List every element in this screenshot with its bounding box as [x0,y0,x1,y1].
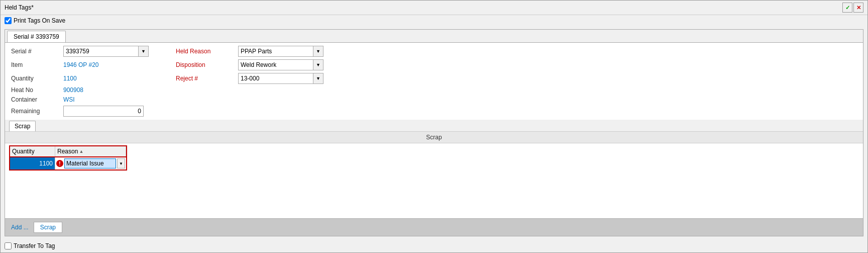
held-reason-dropdown-btn[interactable]: ▼ [313,46,323,57]
tab-header: Serial # 3393759 [5,30,863,43]
window-controls: ✓ ✕ [842,3,863,13]
toolbar-row: Print Tags On Save [1,15,867,26]
disposition-label: Disposition [176,61,236,68]
footer-row: Transfer To Tag [1,239,867,252]
print-tags-text: Print Tags On Save [14,17,65,24]
remaining-field [63,106,174,117]
col-quantity-header: Quantity [10,146,55,156]
sort-icon[interactable]: ▲ [79,149,83,154]
grid-cell-quantity: 1100 [10,157,55,170]
checkmark-icon: ✓ [845,5,850,11]
scrap-sub-tab[interactable]: Scrap [9,121,36,131]
main-content: Serial # 3393759 Serial # ▼ Held Reason … [1,26,867,239]
col-reason-sort: Reason ▲ [57,148,83,155]
grid-cell-reason: ! Material Issue ▼ [55,157,126,170]
ok-button[interactable]: ✓ [842,3,852,13]
quantity-value: 1100 [63,75,174,82]
title-bar: Held Tags * ✓ ✕ [1,1,867,15]
error-icon: ! [56,160,63,167]
disposition-dropdown-btn[interactable]: ▼ [313,59,323,70]
print-tags-label[interactable]: Print Tags On Save [5,17,65,24]
reject-num-field: ▼ [238,73,349,84]
scrap-header: Scrap [5,132,863,143]
container-value: WSI [63,96,174,103]
title-asterisk: * [31,4,34,11]
scrap-button[interactable]: Scrap [34,222,62,233]
transfer-to-tag-checkbox[interactable] [5,242,12,249]
heat-no-value: 900908 [63,87,174,94]
serial-num-field: ▼ [63,46,174,57]
transfer-to-tag-label: Transfer To Tag [14,242,55,249]
window-title: Held Tags [5,4,31,11]
serial-num-dropdown-btn[interactable]: ▼ [139,46,149,57]
held-reason-label: Held Reason [176,48,236,55]
add-button[interactable]: Add ... [9,223,31,232]
serial-num-label: Serial # [11,48,61,55]
reason-text: Material Issue [64,158,116,168]
remaining-input[interactable] [63,106,144,117]
grid-columns: Quantity Reason ▲ [9,145,127,157]
reason-dropdown-btn[interactable]: ▼ [117,158,125,168]
quantity-label: Quantity [11,75,61,82]
reject-num-dropdown-btn[interactable]: ▼ [313,73,323,84]
tab-panel: Serial # 3393759 Serial # ▼ Held Reason … [5,29,863,236]
form-area: Serial # ▼ Held Reason ▼ Item 1946 OP #2… [5,43,863,120]
main-window: Held Tags * ✓ ✕ Print Tags On Save Seria… [0,0,868,253]
serial-num-input[interactable] [63,46,139,57]
heat-no-label: Heat No [11,87,61,94]
sub-tab-content: Scrap Quantity Reason ▲ [5,132,863,236]
col-reason-header: Reason ▲ [55,146,126,156]
print-tags-checkbox[interactable] [5,17,12,24]
close-button[interactable]: ✕ [853,3,863,13]
held-reason-input[interactable] [238,46,313,57]
reject-num-label: Reject # [176,75,236,82]
table-row[interactable]: 1100 ! Material Issue ▼ [9,157,127,171]
disposition-input[interactable] [238,59,313,70]
disposition-field: ▼ [238,59,349,70]
item-label: Item [11,61,61,68]
remaining-label: Remaining [11,108,61,115]
bottom-toolbar: Add ... Scrap [5,218,863,236]
serial-tab[interactable]: Serial # 3393759 [7,31,66,42]
grid-area: Quantity Reason ▲ [5,143,863,218]
close-icon: ✕ [856,5,861,11]
held-reason-field: ▼ [238,46,349,57]
container-label: Container [11,96,61,103]
scrap-section: Scrap Scrap Quantity [5,120,863,236]
sub-tabs: Scrap [5,120,863,132]
reject-num-input[interactable] [238,73,313,84]
item-value: 1946 OP #20 [63,61,174,68]
